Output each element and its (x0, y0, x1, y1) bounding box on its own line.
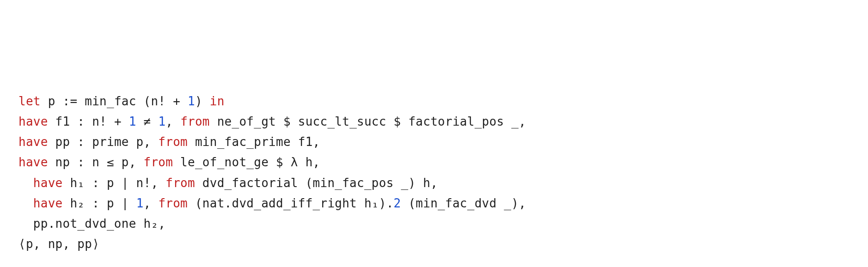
indent (18, 196, 33, 210)
keyword-token: from (158, 135, 188, 149)
keyword-token: have (18, 115, 48, 128)
text-token: pp.not_dvd_one h₂, (33, 217, 165, 231)
keyword-token: let (18, 94, 41, 108)
number-token: 1 (188, 94, 195, 108)
text-token: ) (195, 94, 210, 108)
text-token: h₁ : p ∣ n!, (62, 176, 165, 190)
text-token: h₂ : p ∣ (62, 196, 136, 210)
text-token: (min_fac_dvd _), (401, 196, 526, 210)
text-token: min_fac_prime f1, (188, 135, 320, 149)
text-token: p := min_fac (n! + (41, 94, 188, 108)
number-token: 1 (136, 196, 144, 210)
indent (18, 176, 33, 190)
code-line: have f1 : n! + 1 ≠ 1, from ne_of_gt $ su… (18, 111, 850, 132)
keyword-token: from (158, 196, 188, 210)
keyword-token: from (165, 176, 195, 190)
keyword-token: have (33, 196, 63, 210)
keyword-token: from (144, 155, 173, 169)
text-token: ⟨p, np, pp⟩ (18, 237, 99, 251)
text-token: , (144, 196, 159, 210)
keyword-token: have (18, 135, 48, 149)
code-line: have h₂ : p ∣ 1, from (nat.dvd_add_iff_r… (18, 193, 850, 213)
code-line: ⟨p, np, pp⟩ (18, 234, 850, 254)
number-token: 1 (129, 115, 136, 128)
code-line: have pp : prime p, from min_fac_prime f1… (18, 132, 850, 152)
code-line: let p := min_fac (n! + 1) in (18, 91, 850, 111)
keyword-token: have (33, 176, 63, 190)
keyword-token: from (180, 115, 210, 128)
number-token: 1 (158, 115, 165, 128)
code-line: have np : n ≤ p, from le_of_not_ge $ λ h… (18, 152, 850, 172)
text-token: dvd_factorial (min_fac_pos _) h, (195, 176, 438, 190)
text-token: , (165, 115, 180, 128)
code-block: let p := min_fac (n! + 1) inhave f1 : n!… (18, 91, 850, 255)
text-token: ne_of_gt $ succ_lt_succ $ factorial_pos … (210, 115, 526, 128)
text-token: pp : prime p, (48, 135, 159, 149)
indent (18, 217, 33, 231)
text-token: le_of_not_ge $ λ h, (173, 155, 320, 169)
keyword-token: have (18, 155, 48, 169)
text-token: f1 : n! + (48, 115, 129, 128)
text-token: ≠ (136, 115, 159, 128)
keyword-token: in (210, 94, 225, 108)
text-token: np : n ≤ p, (48, 155, 144, 169)
code-line: have h₁ : p ∣ n!, from dvd_factorial (mi… (18, 173, 850, 193)
code-line: pp.not_dvd_one h₂, (18, 213, 850, 234)
text-token: (nat.dvd_add_iff_right h₁). (188, 196, 394, 210)
number-token: 2 (394, 196, 401, 210)
